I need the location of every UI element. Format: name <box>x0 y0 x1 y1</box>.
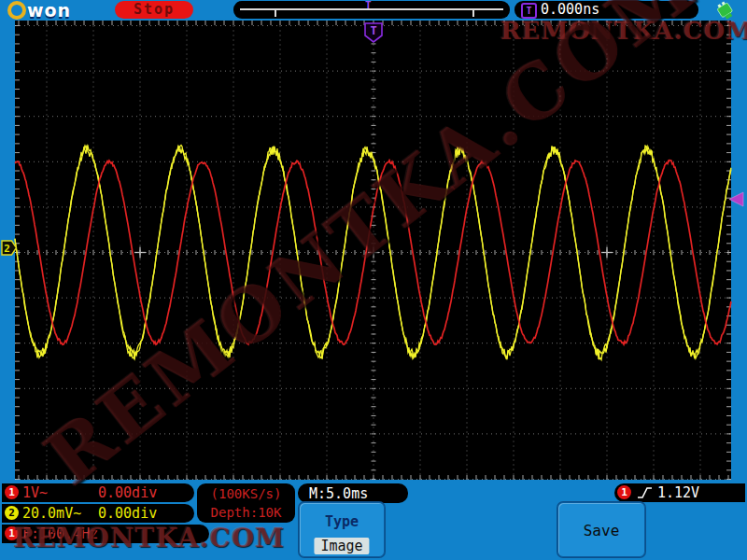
trigger-source-badge: 1 <box>617 485 631 499</box>
trigger-icon: T <box>521 3 537 19</box>
ch1-scale: 1V~ <box>22 484 48 501</box>
ch1-badge: 1 <box>5 485 19 499</box>
save-label: Save <box>558 522 644 539</box>
ch1-position: 0.00div <box>98 484 157 501</box>
logo-ring-icon <box>7 1 26 20</box>
trigger-level-arrow[interactable] <box>729 192 743 206</box>
ruler-left-bracket <box>275 8 276 17</box>
ch1-readout: 1 1V~ 0.00div <box>2 483 194 502</box>
ch2-badge: 2 <box>5 506 19 520</box>
save-button[interactable]: Save <box>557 502 645 557</box>
bottom-status-panel: 1 1V~ 0.00div 2 20.0mV~ 0.00div 1 F:100.… <box>0 480 747 560</box>
type-value-image[interactable]: Image <box>314 538 369 554</box>
ch2-position-flag[interactable]: 2 <box>2 241 17 255</box>
frequency-readout: 1 F:100.4Hz <box>2 525 209 543</box>
svg-text:2: 2 <box>4 243 10 255</box>
ch2-scale: 20.0mV~ <box>22 505 81 522</box>
sampling-readout: (100KS/s) Depth:10K <box>197 483 295 523</box>
trigger-time-readout: T 0.000ns <box>514 1 698 19</box>
ruler-line <box>240 8 503 10</box>
memory-depth: Depth:10K <box>197 505 295 520</box>
svg-text:T: T <box>370 24 376 37</box>
trigger-level-readout: 1 1.12V <box>614 483 745 502</box>
oscilloscope-screen: T2 won Stop T T 0.000ns 1 1 <box>0 0 747 560</box>
freq-source-badge: 1 <box>5 526 19 540</box>
ch2-readout: 2 20.0mV~ 0.00div <box>2 504 194 523</box>
ruler-trigger-marker: T <box>365 0 372 11</box>
logo-text: won <box>27 2 71 20</box>
trigger-position-ruler: T <box>233 1 510 19</box>
trigger-level-value: 1.12V <box>657 484 699 501</box>
top-status-bar: won Stop T T 0.000ns <box>0 0 747 21</box>
usb-icon <box>712 1 740 20</box>
waveform-display: T2 <box>0 0 747 560</box>
owon-logo: won <box>7 0 71 21</box>
frequency-value: F:100.4Hz <box>22 525 98 542</box>
timebase-readout: M:5.0ms <box>298 483 408 503</box>
type-label: Type <box>300 513 384 530</box>
ch2-position: 0.00div <box>98 505 157 522</box>
sample-rate: (100KS/s) <box>197 486 295 501</box>
timebase-value: M:5.0ms <box>309 485 368 502</box>
ruler-right-bracket <box>472 8 474 17</box>
rising-edge-icon <box>637 486 654 499</box>
type-menu-button[interactable]: Type Image <box>299 502 385 557</box>
acquisition-status-stop[interactable]: Stop <box>115 1 193 19</box>
trigger-time-value: 0.000ns <box>541 2 599 18</box>
